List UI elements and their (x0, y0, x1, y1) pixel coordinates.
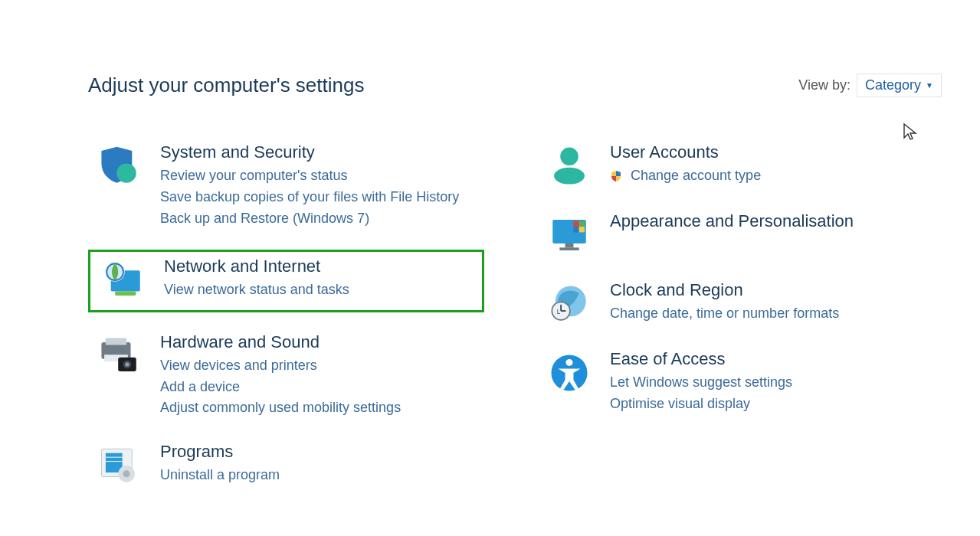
printer-camera-icon (93, 332, 146, 420)
category-appearance: Appearance and Personalisation (538, 208, 942, 260)
category-network-internet: Network and Internet View network status… (88, 250, 484, 312)
svg-point-0 (116, 163, 136, 182)
view-by-control: View by: Category ▼ (798, 74, 942, 97)
svg-point-9 (125, 362, 129, 366)
svg-rect-5 (106, 338, 126, 345)
globe-monitor-icon (97, 257, 150, 302)
link-change-account-type-label: Change account type (631, 168, 761, 183)
category-title-ease-of-access[interactable]: Ease of Access (610, 349, 937, 369)
shield-icon (93, 142, 146, 230)
svg-rect-20 (559, 247, 578, 250)
uac-shield-icon (610, 170, 622, 182)
category-user-accounts: User Accounts Change account type (538, 139, 942, 191)
category-programs: Programs Uninstall a program (88, 439, 492, 491)
category-hardware-sound: Hardware and Sound View devices and prin… (88, 329, 492, 423)
category-title-clock-region[interactable]: Clock and Region (610, 280, 937, 300)
link-uninstall-program[interactable]: Uninstall a program (160, 465, 487, 486)
view-by-dropdown[interactable]: Category ▼ (857, 74, 942, 97)
category-title-hardware-sound[interactable]: Hardware and Sound (160, 332, 487, 352)
chevron-down-icon: ▼ (926, 81, 933, 90)
category-title-appearance[interactable]: Appearance and Personalisation (610, 211, 937, 231)
category-title-programs[interactable]: Programs (160, 442, 487, 462)
link-add-device[interactable]: Add a device (160, 377, 487, 398)
view-by-label: View by: (798, 77, 851, 93)
category-clock-region: L Clock and Region Change date, time or … (538, 277, 942, 329)
globe-clock-icon: L (542, 280, 596, 326)
category-title-user-accounts[interactable]: User Accounts (610, 142, 937, 162)
svg-rect-22 (579, 221, 585, 227)
svg-point-15 (123, 471, 130, 478)
link-network-status[interactable]: View network status and tasks (164, 279, 476, 301)
page-title: Adjust your computer's settings (88, 74, 364, 97)
svg-rect-2 (115, 291, 136, 295)
view-by-value: Category (865, 77, 921, 93)
category-title-network-internet[interactable]: Network and Internet (164, 257, 476, 276)
category-ease-of-access: Ease of Access Let Windows suggest setti… (538, 346, 942, 418)
monitor-icon (542, 211, 596, 257)
user-icon (542, 142, 596, 188)
link-optimise-visual[interactable]: Optimise visual display (610, 394, 937, 415)
svg-rect-19 (565, 243, 574, 247)
link-suggest-settings[interactable]: Let Windows suggest settings (610, 372, 937, 394)
svg-rect-24 (579, 227, 585, 232)
link-change-account-type[interactable]: Change account type (610, 165, 937, 187)
programs-icon (93, 442, 146, 488)
svg-text:L: L (557, 309, 561, 315)
accessibility-icon (542, 349, 596, 415)
link-file-history[interactable]: Save backup copies of your files with Fi… (160, 187, 487, 208)
link-mobility-settings[interactable]: Adjust commonly used mobility settings (160, 397, 487, 419)
svg-point-31 (565, 359, 572, 366)
svg-rect-21 (573, 221, 578, 227)
svg-rect-23 (573, 227, 578, 232)
link-view-devices[interactable]: View devices and printers (160, 355, 487, 377)
svg-point-17 (554, 168, 585, 185)
svg-point-16 (560, 148, 578, 166)
link-change-date-time[interactable]: Change date, time or number formats (610, 303, 937, 325)
link-review-status[interactable]: Review your computer's status (160, 165, 487, 187)
link-backup-restore[interactable]: Back up and Restore (Windows 7) (160, 208, 487, 230)
category-system-security: System and Security Review your computer… (88, 139, 492, 233)
category-title-system-security[interactable]: System and Security (160, 142, 487, 162)
